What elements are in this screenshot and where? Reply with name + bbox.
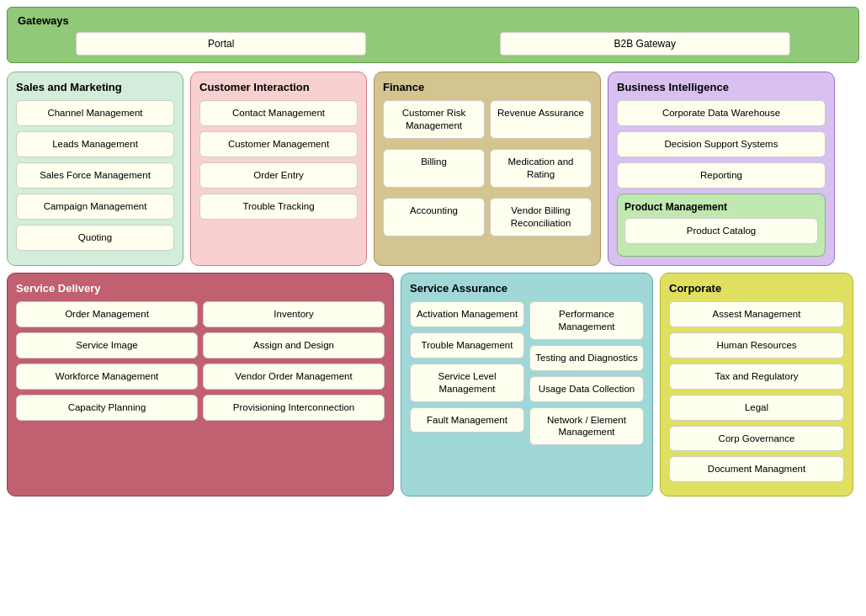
customer-item-3[interactable]: Trouble Tracking — [199, 194, 358, 220]
delivery-item-4[interactable]: Inventory — [203, 301, 385, 327]
product-mgmt-title: Product Management — [624, 201, 818, 213]
gateways-row: Portal B2B Gateway — [18, 32, 848, 56]
assurance-inner: Activation Management Trouble Management… — [410, 301, 644, 451]
customer-section: Customer Interaction Contact Management … — [190, 72, 367, 266]
corporate-item-0[interactable]: Assest Management — [669, 301, 844, 327]
finance-item-5[interactable]: Vendor Billing Reconciliation — [490, 198, 592, 236]
customer-item-0[interactable]: Contact Management — [199, 100, 358, 126]
assurance-item-5[interactable]: Testing and Diagnostics — [529, 345, 644, 371]
delivery-item-3[interactable]: Capacity Planning — [16, 395, 198, 421]
finance-item-2[interactable]: Billing — [383, 149, 485, 188]
gateways-title: Gateways — [18, 14, 848, 27]
assurance-item-3[interactable]: Fault Management — [410, 407, 524, 433]
delivery-title: Service Delivery — [16, 282, 385, 295]
bottom-grid: Service Delivery Order Management Servic… — [7, 273, 859, 497]
assurance-item-1[interactable]: Trouble Management — [410, 332, 524, 358]
delivery-col1: Order Management Service Image Workforce… — [16, 301, 198, 426]
corporate-section: Corporate Assest Management Human Resour… — [660, 273, 853, 497]
corporate-item-4[interactable]: Corp Governance — [669, 426, 844, 452]
delivery-item-5[interactable]: Assign and Design — [203, 332, 385, 358]
sales-item-0[interactable]: Channel Management — [16, 100, 174, 126]
finance-inner: Customer Risk Management Revenue Assuran… — [383, 100, 592, 242]
delivery-inner: Order Management Service Image Workforce… — [16, 301, 385, 426]
corporate-item-3[interactable]: Legal — [669, 395, 844, 421]
finance-item-0[interactable]: Customer Risk Management — [383, 100, 485, 139]
assurance-section: Service Assurance Activation Management … — [401, 273, 653, 497]
bi-item-1[interactable]: Decision Support Systems — [617, 131, 826, 157]
customer-item-2[interactable]: Order Entry — [199, 162, 358, 189]
delivery-item-7[interactable]: Provisioning Interconnection — [203, 395, 385, 421]
finance-section: Finance Customer Risk Management Revenue… — [374, 72, 601, 266]
sales-section: Sales and Marketing Channel Management L… — [7, 72, 183, 266]
top-grid: Sales and Marketing Channel Management L… — [7, 72, 859, 266]
assurance-item-6[interactable]: Usage Data Collection — [529, 376, 644, 402]
assurance-item-0[interactable]: Activation Management — [410, 301, 524, 327]
sales-item-3[interactable]: Campaign Management — [16, 194, 174, 220]
assurance-item-2[interactable]: Service Level Management — [410, 364, 524, 402]
finance-item-3[interactable]: Medication and Rating — [490, 149, 592, 188]
product-mgmt-section: Product Management Product Catalog — [617, 194, 826, 257]
bi-item-2[interactable]: Reporting — [617, 162, 826, 189]
delivery-item-0[interactable]: Order Management — [16, 301, 198, 327]
bi-title: Business Intelligence — [617, 81, 826, 93]
finance-item-4[interactable]: Accounting — [383, 198, 485, 236]
bi-item-0[interactable]: Corporate Data Warehouse — [617, 100, 826, 126]
corporate-item-2[interactable]: Tax and Regulatory — [669, 364, 844, 390]
assurance-title: Service Assurance — [410, 282, 644, 295]
bi-section: Business Intelligence Corporate Data War… — [608, 72, 835, 266]
delivery-item-6[interactable]: Vendor Order Management — [203, 364, 385, 390]
corporate-item-5[interactable]: Document Managment — [669, 456, 844, 482]
product-item-0[interactable]: Product Catalog — [624, 218, 818, 244]
delivery-item-2[interactable]: Workforce Management — [16, 364, 198, 390]
assurance-col2: Performance Management Testing and Diagn… — [529, 301, 644, 451]
portal-box[interactable]: Portal — [76, 32, 366, 56]
customer-title: Customer Interaction — [199, 81, 358, 93]
finance-title: Finance — [383, 81, 592, 93]
b2b-box[interactable]: B2B Gateway — [500, 32, 790, 56]
assurance-item-4[interactable]: Performance Management — [529, 301, 644, 340]
finance-item-1[interactable]: Revenue Assurance — [490, 100, 592, 139]
gateways-section: Gateways Portal B2B Gateway — [7, 7, 859, 63]
page-container: Gateways Portal B2B Gateway Sales and Ma… — [7, 7, 859, 497]
corporate-title: Corporate — [669, 282, 844, 295]
assurance-item-7[interactable]: Network / Element Management — [529, 407, 644, 446]
corporate-item-1[interactable]: Human Resources — [669, 332, 844, 358]
sales-title: Sales and Marketing — [16, 81, 174, 93]
sales-item-4[interactable]: Quoting — [16, 225, 174, 251]
delivery-section: Service Delivery Order Management Servic… — [7, 273, 394, 497]
delivery-col2: Inventory Assign and Design Vendor Order… — [203, 301, 385, 426]
sales-item-1[interactable]: Leads Management — [16, 131, 174, 157]
delivery-item-1[interactable]: Service Image — [16, 332, 198, 358]
sales-item-2[interactable]: Sales Force Management — [16, 162, 174, 189]
customer-item-1[interactable]: Customer Management — [199, 131, 358, 157]
assurance-col1: Activation Management Trouble Management… — [410, 301, 524, 451]
